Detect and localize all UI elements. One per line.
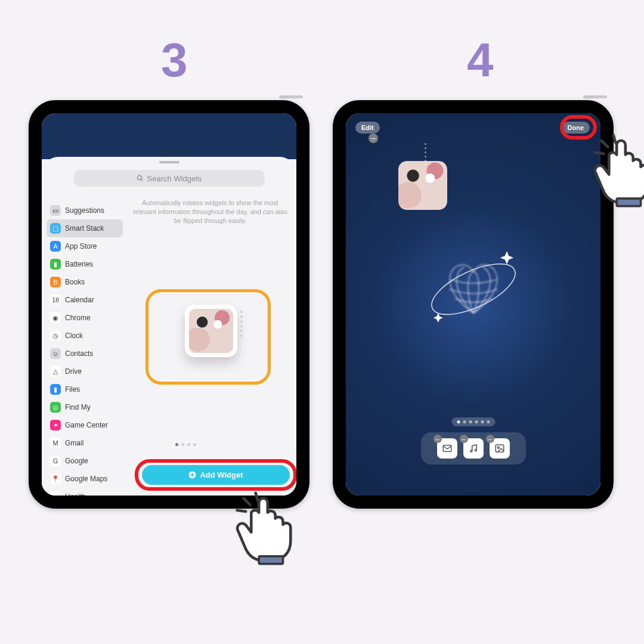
google-maps-icon: 📍 xyxy=(50,473,61,484)
sidebar-item-google[interactable]: GGoogle xyxy=(47,452,123,470)
sidebar-item-label: Chrome xyxy=(65,314,91,322)
page-dot xyxy=(481,420,484,423)
chrome-icon: ◉ xyxy=(50,312,61,323)
home-page-indicator[interactable] xyxy=(451,417,495,426)
sheet-grabber[interactable] xyxy=(159,161,179,163)
highlight-add-widget xyxy=(135,459,297,491)
clock-icon: ◷ xyxy=(50,330,61,341)
sidebar-item-label: Books xyxy=(65,278,85,286)
remove-widget-badge[interactable]: – xyxy=(369,134,378,143)
sidebar-item-drive[interactable]: △Drive xyxy=(47,363,123,380)
svg-rect-12 xyxy=(259,556,283,564)
sidebar-item-calendar[interactable]: 18Calendar xyxy=(47,291,123,309)
wireframe-heart-icon xyxy=(426,242,521,337)
page-dot xyxy=(175,443,178,446)
page-dot xyxy=(487,420,490,423)
svg-rect-16 xyxy=(617,199,640,206)
smart-stack-dots xyxy=(240,311,243,337)
find-my-icon: ◎ xyxy=(50,402,61,413)
cat-photo-icon xyxy=(398,161,447,210)
sidebar-item-label: Smart Stack xyxy=(65,224,104,233)
svg-point-0 xyxy=(137,176,141,180)
suggestions-icon: ▭ xyxy=(50,205,61,216)
app-store-icon: A xyxy=(50,241,61,252)
search-widgets-field[interactable]: Search Widgets xyxy=(74,170,265,187)
dock: – – – xyxy=(421,432,526,465)
search-icon xyxy=(137,175,144,182)
page-dot xyxy=(457,420,460,423)
svg-line-14 xyxy=(614,135,616,143)
sidebar-item-chrome[interactable]: ◉Chrome xyxy=(47,309,123,327)
widget-picker-screen: Search Widgets ▭Suggestions▢Smart StackA… xyxy=(42,113,296,496)
step-number-4: 4 xyxy=(467,33,494,88)
page-dot xyxy=(193,443,196,446)
sidebar-item-label: Suggestions xyxy=(65,206,104,215)
remove-app-badge[interactable]: – xyxy=(460,435,468,443)
sidebar-item-clock[interactable]: ◷Clock xyxy=(47,327,123,345)
page-dot xyxy=(475,420,478,423)
step-number-3: 3 xyxy=(161,33,188,88)
sidebar-item-label: Contacts xyxy=(65,349,93,358)
page-dot xyxy=(181,443,184,446)
sidebar-item-label: Drive xyxy=(65,367,82,376)
svg-point-5 xyxy=(470,450,472,452)
sidebar-item-suggestions[interactable]: ▭Suggestions xyxy=(47,202,123,219)
dock-app-mail[interactable]: – xyxy=(437,438,457,459)
svg-point-6 xyxy=(475,450,476,451)
sidebar-item-contacts[interactable]: ☺Contacts xyxy=(47,345,123,363)
sidebar-item-game-center[interactable]: ✦Game Center xyxy=(47,416,123,434)
ipad-step-4: Edit Done – xyxy=(333,100,614,509)
photos-icon xyxy=(494,443,505,454)
mail-icon xyxy=(442,443,453,454)
sidebar-item-gmail[interactable]: MGmail xyxy=(47,434,123,452)
health-icon: ♥ xyxy=(50,491,61,502)
sidebar-item-label: Files xyxy=(65,385,80,394)
sidebar-item-google-maps[interactable]: 📍Google Maps xyxy=(47,470,123,488)
sidebar-item-label: Clock xyxy=(65,332,83,340)
sidebar-item-label: Find My xyxy=(65,403,91,411)
widget-page-indicator[interactable] xyxy=(175,443,196,446)
game-center-icon: ✦ xyxy=(50,420,61,431)
sidebar-item-smart-stack[interactable]: ▢Smart Stack xyxy=(47,219,123,237)
contacts-icon: ☺ xyxy=(50,348,61,359)
home-screen-jiggle-mode: Edit Done – xyxy=(346,113,600,496)
page-dot xyxy=(469,420,472,423)
remove-app-badge[interactable]: – xyxy=(486,435,494,443)
sidebar-item-label: Game Center xyxy=(65,421,108,429)
remove-app-badge[interactable]: – xyxy=(434,435,442,443)
sidebar-item-batteries[interactable]: ▮Batteries xyxy=(47,255,123,273)
edit-button[interactable]: Edit xyxy=(355,122,380,134)
cat-photo-icon xyxy=(189,309,233,353)
sidebar-item-find-my[interactable]: ◎Find My xyxy=(47,398,123,416)
page-dot xyxy=(463,420,466,423)
google-icon: G xyxy=(50,456,61,466)
page-dot xyxy=(187,443,190,446)
music-icon xyxy=(468,443,479,454)
smart-stack-dots xyxy=(425,143,426,166)
books-icon: B xyxy=(50,277,61,287)
sidebar-item-app-store[interactable]: AApp Store xyxy=(47,237,123,255)
sidebar-item-label: Calendar xyxy=(65,296,94,304)
files-icon: ▮ xyxy=(50,384,61,395)
search-placeholder: Search Widgets xyxy=(147,174,202,183)
dock-app-music[interactable]: – xyxy=(463,438,484,459)
sidebar-item-books[interactable]: BBooks xyxy=(47,273,123,291)
svg-rect-7 xyxy=(496,445,504,452)
sidebar-item-label: Batteries xyxy=(65,260,93,268)
ipad-step-3: Search Widgets ▭Suggestions▢Smart StackA… xyxy=(29,100,309,509)
sidebar-item-label: Gmail xyxy=(65,439,83,447)
sidebar-item-health[interactable]: ♥Health xyxy=(47,488,123,506)
drive-icon: △ xyxy=(50,366,61,377)
ipad-power-button xyxy=(279,95,303,98)
widget-category-sidebar: ▭Suggestions▢Smart StackAApp Store▮Batte… xyxy=(47,202,123,506)
widget-description: Automatically rotates widgets to show th… xyxy=(132,199,288,225)
dock-app-photos[interactable]: – xyxy=(490,438,510,459)
widget-preview-card[interactable] xyxy=(185,305,237,357)
edit-label: Edit xyxy=(361,124,374,131)
sidebar-item-label: Google xyxy=(65,457,88,465)
placed-widget[interactable] xyxy=(398,161,447,210)
sidebar-item-label: App Store xyxy=(65,242,97,250)
calendar-icon: 18 xyxy=(50,295,61,305)
sidebar-item-files[interactable]: ▮Files xyxy=(47,380,123,398)
ipad-camera-notch xyxy=(460,103,487,107)
